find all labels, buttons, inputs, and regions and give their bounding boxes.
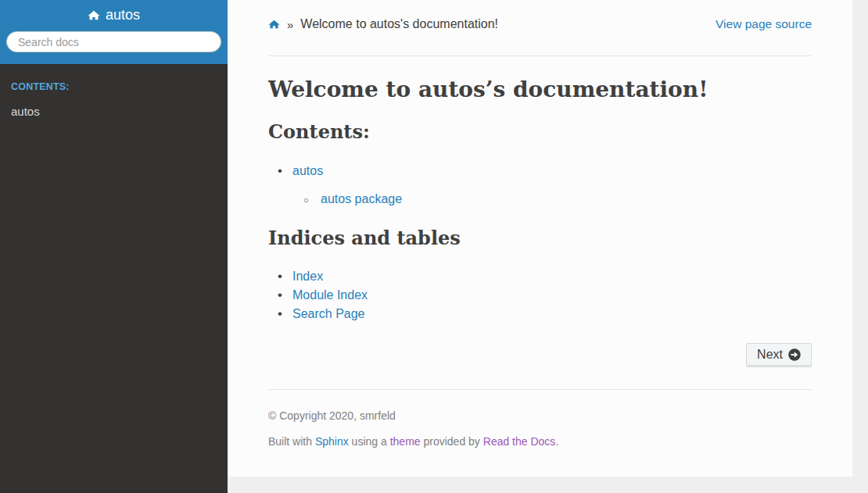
sidebar-caption: CONTENTS: <box>11 81 217 92</box>
breadcrumb-separator: » <box>287 18 293 31</box>
next-button-label: Next <box>757 348 783 362</box>
sidebar-nav: CONTENTS: autos <box>0 64 228 134</box>
breadcrumb-current-page: Welcome to autos's documentation! <box>300 17 498 31</box>
sidebar-item-autos[interactable]: autos <box>11 98 217 124</box>
copyright-text: © Copyright 2020, smrfeld <box>268 409 812 422</box>
toc-link-autos[interactable]: autos <box>292 164 323 177</box>
built-with-prefix: Built with <box>268 435 315 448</box>
project-home-link[interactable]: autos <box>88 7 140 23</box>
next-button[interactable]: Next <box>746 343 812 367</box>
page-title: Welcome to autos’s documentation! <box>268 77 812 102</box>
list-item: Index <box>268 267 812 286</box>
sidebar-header: autos <box>0 0 228 64</box>
list-item: Module Index <box>268 286 812 305</box>
toc-sublist: autos package <box>292 190 812 209</box>
footer: © Copyright 2020, smrfeld Built with Sph… <box>268 409 812 448</box>
built-with-suffix: . <box>555 435 558 448</box>
breadcrumb-trail: » Welcome to autos's documentation! <box>268 17 498 31</box>
search-input[interactable] <box>6 31 221 52</box>
index-link[interactable]: Index <box>292 270 323 283</box>
project-title: autos <box>106 7 140 23</box>
toc-subitem: autos package <box>292 190 812 209</box>
read-the-docs-link[interactable]: Read the Docs <box>483 435 556 448</box>
breadcrumb: » Welcome to autos's documentation! View… <box>268 17 812 31</box>
pagination-row: Next <box>268 343 812 367</box>
indices-heading: Indices and tables <box>268 227 812 249</box>
built-with-mid1: using a <box>349 435 390 448</box>
sphinx-link[interactable]: Sphinx <box>315 435 349 448</box>
contents-heading: Contents: <box>268 121 812 143</box>
arrow-circle-right-icon <box>788 348 801 361</box>
built-with-text: Built with Sphinx using a theme provided… <box>268 435 812 448</box>
view-page-source-link[interactable]: View page source <box>716 17 812 31</box>
footer-divider <box>268 389 812 390</box>
breadcrumb-divider <box>268 55 812 56</box>
list-item: Search Page <box>268 305 812 323</box>
home-icon <box>268 19 280 30</box>
module-index-link[interactable]: Module Index <box>292 288 368 302</box>
theme-link[interactable]: theme <box>390 435 421 448</box>
home-icon <box>88 9 100 21</box>
search-page-link[interactable]: Search Page <box>292 307 365 320</box>
sidebar: autos CONTENTS: autos <box>0 0 228 493</box>
indices-list: Index Module Index Search Page <box>268 267 812 323</box>
breadcrumb-home-link[interactable] <box>268 19 280 30</box>
built-with-mid2: provided by <box>421 435 483 448</box>
page-root: autos CONTENTS: autos » Welcome to autos… <box>0 0 868 493</box>
toc-link-autos-package[interactable]: autos package <box>321 192 402 205</box>
document-content: » Welcome to autos's documentation! View… <box>228 0 852 448</box>
main-content-area: » Welcome to autos's documentation! View… <box>228 0 852 477</box>
toc-list: autos autos package <box>268 162 812 209</box>
toc-item: autos autos package <box>268 162 812 209</box>
